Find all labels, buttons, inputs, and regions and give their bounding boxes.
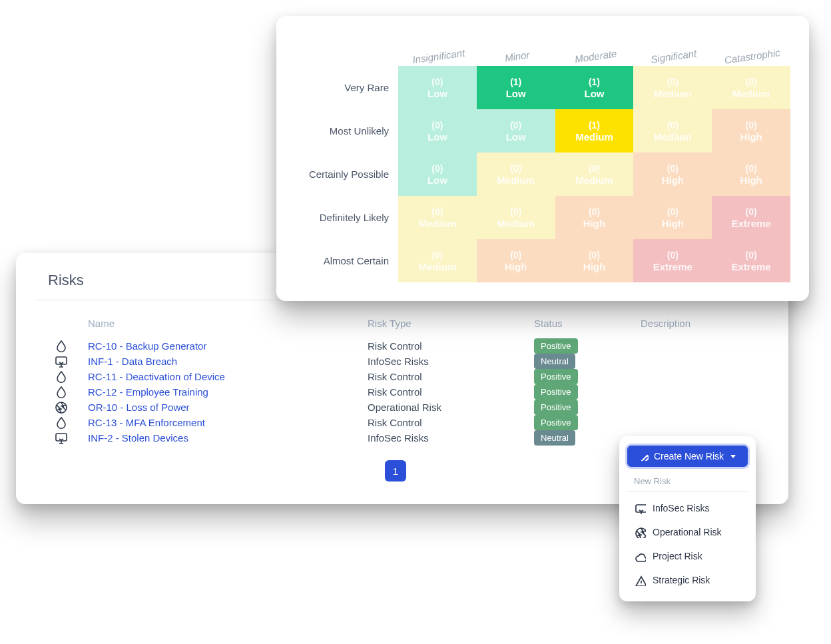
heatmap-cell-label: Low: [506, 88, 526, 99]
heatmap-cell-count: (0): [746, 120, 757, 131]
heatmap-cell-label: Medium: [732, 88, 770, 99]
heatmap-cell-label: High: [505, 261, 527, 272]
heatmap-cell-count: (0): [667, 120, 679, 131]
heatmap-cell[interactable]: (0)Medium: [633, 66, 712, 109]
drop-icon: [54, 339, 69, 354]
table-header: Name: [88, 312, 368, 338]
heatmap-col-header: Insignificant: [396, 24, 479, 71]
aperture-icon: [54, 400, 69, 415]
risk-type-icon-cell: [35, 431, 88, 446]
heatmap-cell[interactable]: (0)Low: [477, 109, 555, 153]
risk-name-link[interactable]: RC-13 - MFA Enforcement: [88, 417, 368, 428]
heatmap-cell[interactable]: (0)Medium: [398, 196, 477, 239]
heatmap-col-header: Minor: [475, 24, 557, 71]
heatmap-cell-label: Low: [506, 131, 526, 143]
heatmap-cell-count: (1): [510, 77, 521, 87]
risk-name-link[interactable]: RC-10 - Backup Generator: [88, 340, 368, 352]
heatmap-cell-count: (0): [431, 163, 443, 174]
heatmap-cell-label: Extreme: [731, 218, 770, 229]
warning-icon: [634, 574, 646, 586]
heatmap-cell[interactable]: (0)High: [712, 153, 790, 196]
create-item-label: InfoSec Risks: [653, 503, 710, 513]
heatmap-cell-count: (0): [667, 250, 679, 260]
risk-type-label: Risk Control: [368, 371, 534, 382]
risk-type-icon-cell: [35, 339, 88, 354]
create-item-infosec-risks[interactable]: InfoSec Risks: [627, 496, 748, 520]
heatmap-cell[interactable]: (0)High: [633, 196, 712, 239]
heatmap-cell-label: High: [583, 261, 605, 272]
status-badge: Positive: [534, 384, 578, 400]
heatmap-cell-label: Medium: [419, 218, 457, 229]
heatmap-cell[interactable]: (1)Low: [555, 66, 634, 109]
status-badge: Neutral: [534, 354, 575, 369]
heatmap-cell[interactable]: (0)High: [477, 239, 555, 282]
heatmap-row-header: Definitely Likely: [295, 196, 398, 239]
create-section-title: New Risk: [634, 476, 748, 486]
heatmap-cell[interactable]: (0)Low: [398, 153, 477, 196]
risk-heatmap-table: InsignificantMinorModerateSignificantCat…: [295, 29, 790, 282]
page-1-button[interactable]: 1: [385, 460, 406, 482]
risk-status-cell: Positive: [534, 400, 641, 415]
drop-icon: [54, 370, 69, 384]
monitor-icon: [54, 354, 69, 369]
heatmap-cell[interactable]: (0)High: [555, 239, 634, 282]
heatmap-cell[interactable]: (0)Extreme: [712, 196, 790, 239]
monitor-icon: [634, 502, 646, 514]
heatmap-cell-count: (0): [746, 206, 757, 217]
heatmap-row-header: Most Unlikely: [295, 109, 398, 153]
risk-status-cell: Positive: [534, 415, 641, 430]
heatmap-cell-count: (0): [431, 250, 443, 260]
risk-status-cell: Positive: [534, 384, 641, 400]
heatmap-cell[interactable]: (0)Medium: [712, 66, 790, 109]
heatmap-cell[interactable]: (0)High: [555, 196, 634, 239]
heatmap-cell[interactable]: (0)Medium: [398, 239, 477, 282]
heatmap-row-header: Very Rare: [295, 66, 398, 109]
heatmap-cell-count: (0): [510, 120, 521, 131]
create-new-risk-button[interactable]: Create New Risk: [627, 446, 748, 467]
create-item-operational-risk[interactable]: Operational Risk: [627, 520, 748, 544]
create-item-label: Operational Risk: [653, 527, 722, 537]
table-header: Risk Type: [368, 312, 534, 338]
heatmap-cell-label: Medium: [575, 131, 613, 143]
create-item-label: Strategic Risk: [653, 575, 710, 585]
risk-name-link[interactable]: RC-11 - Deactivation of Device: [88, 371, 368, 382]
heatmap-cell[interactable]: (0)Medium: [477, 153, 555, 196]
status-badge: Neutral: [534, 430, 575, 446]
risk-type-icon-cell: [35, 416, 88, 430]
heatmap-cell-label: Extreme: [653, 261, 692, 272]
heatmap-cell[interactable]: (0)Medium: [555, 153, 634, 196]
aperture-icon: [634, 526, 646, 538]
heatmap-cell-count: (0): [431, 206, 443, 217]
heatmap-cell[interactable]: (0)High: [712, 109, 790, 153]
heatmap-cell[interactable]: (1)Low: [477, 66, 555, 109]
heatmap-cell[interactable]: (0)Extreme: [712, 239, 790, 282]
heatmap-cell-count: (0): [510, 163, 521, 174]
heatmap-cell[interactable]: (0)Low: [398, 109, 477, 153]
risk-name-link[interactable]: OR-10 - Loss of Power: [88, 402, 368, 413]
risk-name-link[interactable]: INF-2 - Stolen Devices: [88, 432, 368, 444]
heatmap-col-header: Moderate: [553, 24, 635, 71]
heatmap-cell[interactable]: (0)High: [633, 153, 712, 196]
heatmap-cell-label: Low: [427, 88, 447, 99]
risk-type-label: Risk Control: [368, 386, 534, 398]
create-item-project-risk[interactable]: Project Risk: [627, 544, 748, 568]
heatmap-cell-label: Low: [427, 131, 447, 143]
heatmap-cell[interactable]: (0)Medium: [477, 196, 555, 239]
heatmap-cell[interactable]: (0)Medium: [633, 109, 712, 153]
heatmap-cell-count: (0): [667, 206, 679, 217]
heatmap-cell-label: High: [740, 131, 762, 143]
risk-name-link[interactable]: RC-12 - Employee Training: [88, 386, 368, 398]
create-item-strategic-risk[interactable]: Strategic Risk: [627, 568, 748, 592]
heatmap-cell[interactable]: (1)Medium: [555, 109, 634, 153]
heatmap-cell[interactable]: (0)Extreme: [633, 239, 712, 282]
heatmap-cell-label: Extreme: [731, 261, 770, 272]
heatmap-cell-label: High: [583, 218, 605, 229]
table-header: Description: [641, 312, 756, 338]
heatmap-cell[interactable]: (0)Low: [398, 66, 477, 109]
risk-name-link[interactable]: INF-1 - Data Breach: [88, 356, 368, 367]
heatmap-cell-label: High: [662, 218, 684, 229]
heatmap-cell-count: (0): [431, 77, 443, 87]
status-badge: Positive: [534, 400, 578, 415]
heatmap-cell-count: (0): [746, 163, 757, 174]
heatmap-cell-count: (0): [589, 250, 600, 260]
